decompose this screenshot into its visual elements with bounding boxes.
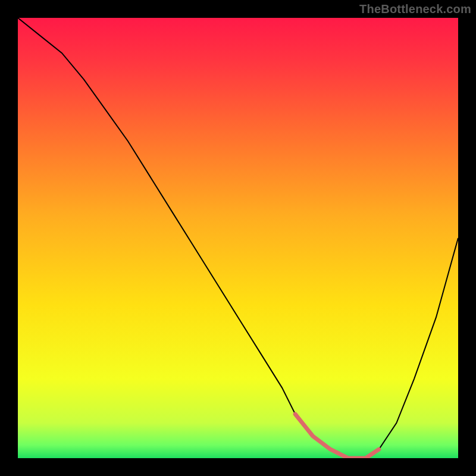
- plot-area: [18, 18, 458, 458]
- chart-frame: TheBottleneck.com: [0, 0, 476, 476]
- watermark-text: TheBottleneck.com: [359, 2, 471, 16]
- gradient-backdrop: [18, 18, 458, 458]
- chart-svg: [18, 18, 458, 458]
